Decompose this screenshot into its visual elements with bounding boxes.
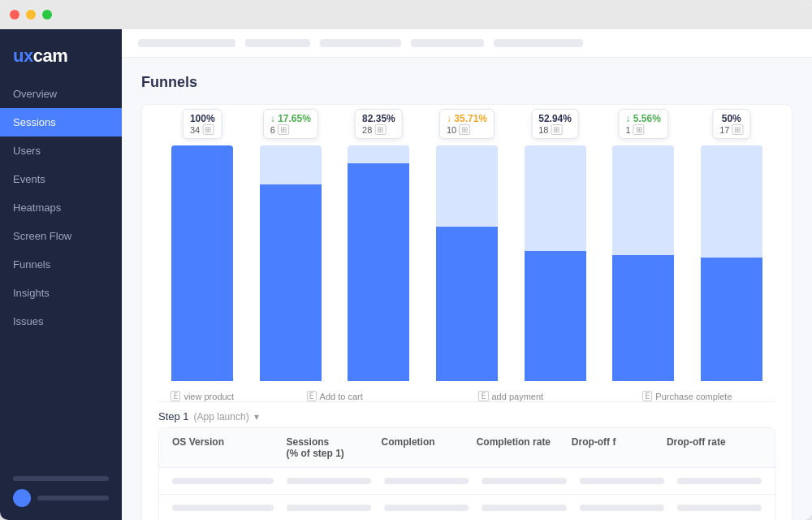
sidebar-item-users[interactable]: Users [0,136,122,165]
th-sessions: Sessions (% of step 1) [287,436,382,459]
sidebar-item-overview[interactable]: Overview [0,80,122,108]
bar-bg [525,145,586,251]
bar-fill [436,227,498,381]
main-content: Funnels 100%34⊞↓ 17.65%6⊞82.35%28⊞↓ 35.7… [122,29,812,520]
bar-col: 82.35%28⊞ [335,145,423,381]
table-row [159,468,775,495]
bar-tooltip: ↓ 5.56%1⊞ [618,109,667,139]
bar-bg [348,145,409,163]
td-sk [580,505,664,511]
table-area: OS Version Sessions (% of step 1) Comple… [158,427,775,520]
topbar-sk-3 [320,39,401,47]
bar-col: 50%17⊞ [687,145,775,381]
bar-bg [612,145,674,255]
step-row: Step 1 (App launch) ▾ [158,401,775,427]
sidebar-item-heatmaps[interactable]: Heatmaps [0,193,122,222]
bar-col: ↓ 17.65%6⊞ [247,145,335,381]
bar-tooltip: 100%34⊞ [183,109,222,139]
bar-fill [612,255,674,381]
bar-sessions: 18⊞ [538,124,572,135]
maximize-dot[interactable] [42,10,52,20]
app-body: uxcam Overview Sessions Users Events Hea… [0,29,812,520]
bar-col: 100%34⊞ [158,145,247,381]
bar-drop-pct: ↓ 5.56% [625,113,660,124]
bar-sessions: 10⊞ [447,124,487,135]
close-dot[interactable] [10,10,19,20]
sidebar-item-funnels[interactable]: Funnels [0,250,122,279]
step-sub: (App launch) [194,411,249,422]
x-label: Eadd payment [423,388,599,401]
th-os-version: OS Version [172,436,287,459]
bar-tooltip: ↓ 17.65%6⊞ [263,109,318,139]
minimize-dot[interactable] [26,10,36,20]
bar-fill [171,145,233,381]
td-sk [172,478,274,484]
bar-bg [436,145,498,227]
th-dropoff-rate: Drop-off rate [667,436,762,459]
sidebar-bottom [0,476,122,507]
bar-fill [525,251,586,381]
td-sk [384,478,469,484]
bar-fill [701,258,762,381]
x-label: EAdd to cart [247,388,423,401]
avatar [13,489,31,507]
bar-sessions: 6⊞ [270,124,311,135]
bar-sessions: 1⊞ [625,124,660,135]
td-sk [677,505,762,511]
sidebar-username-bar [37,496,109,500]
topbar-sk-4 [411,39,484,47]
td-sk [287,478,371,484]
funnels-area: Funnels 100%34⊞↓ 17.65%6⊞82.35%28⊞↓ 35.7… [122,58,812,520]
app-window: uxcam Overview Sessions Users Events Hea… [0,0,812,520]
bar-fill [260,184,322,381]
bar-col: 52.94%18⊞ [511,145,599,381]
chart-container: 100%34⊞↓ 17.65%6⊞82.35%28⊞↓ 35.71%10⊞52.… [141,104,793,520]
th-dropoff: Drop-off f [572,436,667,459]
titlebar [0,0,812,29]
sidebar-item-issues[interactable]: Issues [0,307,122,336]
bar-bg [260,145,322,184]
logo-area: uxcam [0,29,122,80]
page-title: Funnels [141,74,793,91]
table-header: OS Version Sessions (% of step 1) Comple… [159,428,775,468]
sidebar-item-screenflow[interactable]: Screen Flow [0,222,122,250]
x-label: Eview product [158,388,247,401]
bar-tooltip: ↓ 35.71%10⊞ [439,109,495,139]
sidebar-item-events[interactable]: Events [0,165,122,193]
bar-fill [348,163,409,381]
bar-sessions: 34⊞ [190,124,215,135]
th-completion-rate: Completion rate [477,436,572,459]
bar-sessions: 28⊞ [362,124,395,135]
td-sk [677,478,762,484]
table-row [159,495,775,520]
sidebar: uxcam Overview Sessions Users Events Hea… [0,29,122,520]
topbar-sk-2 [245,39,310,47]
sidebar-user-row [13,489,109,507]
step-chevron-icon[interactable]: ▾ [254,411,259,422]
bar-pct: 52.94% [538,113,572,124]
bar-pct: 50% [719,113,743,124]
topbar-sk-1 [138,39,235,47]
bar-drop-pct: ↓ 35.71% [447,113,487,124]
td-sk [384,505,469,511]
td-sk [482,505,566,511]
topbar-sk-5 [494,39,583,47]
chart-x-labels: Eview productEAdd to cartEadd paymentEPu… [158,388,775,401]
logo: uxcam [13,46,109,67]
sidebar-item-insights[interactable]: Insights [0,279,122,307]
x-label: EPurchase complete [599,388,775,401]
bar-tooltip: 52.94%18⊞ [531,109,579,139]
th-completion: Completion [382,436,477,459]
step-label: Step 1 [158,410,189,422]
bar-drop-pct: ↓ 17.65% [270,113,311,124]
chart-inner: 100%34⊞↓ 17.65%6⊞82.35%28⊞↓ 35.71%10⊞52.… [158,121,775,381]
bar-pct: 82.35% [362,113,395,124]
bar-pct: 100% [190,113,215,124]
top-bar [122,29,812,58]
td-sk [482,478,566,484]
sidebar-item-sessions[interactable]: Sessions [0,108,122,136]
sidebar-progress-bar [13,476,109,481]
bar-col: ↓ 5.56%1⊞ [599,145,688,381]
bar-tooltip: 82.35%28⊞ [355,109,403,139]
bar-tooltip: 50%17⊞ [712,109,750,139]
